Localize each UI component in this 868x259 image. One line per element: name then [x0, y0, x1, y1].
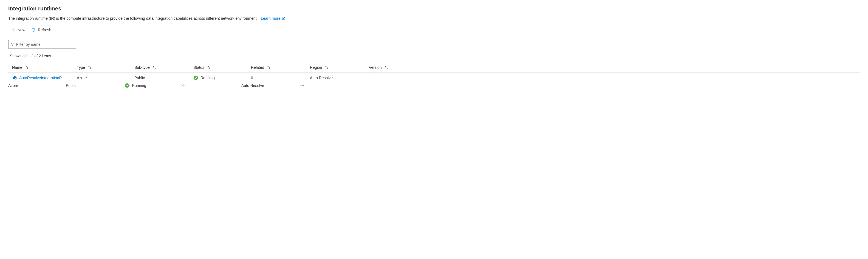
- sort-icon: [153, 65, 156, 69]
- related-cell: 0: [251, 76, 310, 80]
- external-link-icon: [282, 17, 285, 20]
- showing-count: Showing 1 - 2 of 2 items: [8, 54, 860, 58]
- filter-section: [8, 40, 860, 49]
- column-header-name[interactable]: Name: [8, 65, 77, 70]
- refresh-icon: [31, 28, 36, 32]
- version-cell: ---: [300, 83, 341, 88]
- column-label: Status: [193, 65, 204, 70]
- status-cell: Running: [125, 83, 182, 88]
- runtimes-table: Name Type Sub-type Status Related Region…: [8, 63, 860, 88]
- name-cell: AutoResolveIntegrationR...: [8, 75, 77, 80]
- type-cell: Azure: [8, 83, 66, 88]
- region-cell: Auto Resolve: [310, 76, 369, 80]
- refresh-button-label: Refresh: [38, 28, 51, 32]
- plus-icon: [11, 28, 16, 32]
- sort-icon: [207, 65, 211, 69]
- status-cell: Running: [193, 75, 251, 80]
- filter-input-container[interactable]: [8, 40, 76, 49]
- table-row: Azure Public Running 0 Auto Resolve ---: [8, 83, 860, 88]
- svg-point-2: [16, 78, 16, 79]
- column-header-status[interactable]: Status: [193, 65, 251, 70]
- sort-icon: [325, 65, 329, 69]
- runtime-name-link[interactable]: AutoResolveIntegrationR...: [19, 76, 65, 80]
- learn-more-link[interactable]: Learn more: [261, 16, 285, 21]
- table-body: AutoResolveIntegrationR... Azure Public …: [8, 73, 860, 88]
- column-label: Sub-type: [134, 65, 150, 70]
- success-icon: [193, 75, 198, 80]
- filter-input[interactable]: [16, 42, 74, 46]
- description-text: The integration runtime (IR) is the comp…: [8, 16, 257, 21]
- sort-icon: [384, 65, 388, 69]
- sort-icon: [25, 65, 29, 69]
- column-label: Related: [251, 65, 264, 70]
- column-header-related[interactable]: Related: [251, 65, 310, 70]
- column-label: Region: [310, 65, 322, 70]
- toolbar: New Refresh: [8, 26, 860, 36]
- column-header-region[interactable]: Region: [310, 65, 369, 70]
- column-label: Name: [12, 65, 22, 70]
- subtype-cell: Public: [134, 76, 193, 80]
- filter-icon: [11, 42, 14, 46]
- new-button-label: New: [18, 28, 25, 32]
- table-header: Name Type Sub-type Status Related Region…: [8, 63, 860, 73]
- new-button[interactable]: New: [11, 28, 25, 32]
- column-header-subtype[interactable]: Sub-type: [134, 65, 193, 70]
- column-header-version[interactable]: Version: [369, 65, 410, 70]
- column-label: Type: [77, 65, 85, 70]
- page-title: Integration runtimes: [8, 5, 860, 12]
- region-cell: Auto Resolve: [241, 83, 300, 88]
- column-label: Version: [369, 65, 382, 70]
- type-cell: Azure: [77, 76, 134, 80]
- related-cell: 0: [182, 83, 241, 88]
- status-text: Running: [132, 83, 146, 88]
- success-icon: [125, 83, 130, 88]
- status-text: Running: [200, 76, 215, 80]
- sort-icon: [88, 65, 92, 69]
- column-header-type[interactable]: Type: [77, 65, 134, 70]
- cloud-icon: [12, 75, 17, 80]
- learn-more-text: Learn more: [261, 16, 281, 21]
- subtype-cell: Public: [66, 83, 125, 88]
- version-cell: ---: [369, 76, 410, 80]
- table-row: AutoResolveIntegrationR... Azure Public …: [8, 73, 860, 83]
- refresh-button[interactable]: Refresh: [31, 28, 51, 32]
- page-description: The integration runtime (IR) is the comp…: [8, 16, 860, 21]
- sort-icon: [267, 65, 271, 69]
